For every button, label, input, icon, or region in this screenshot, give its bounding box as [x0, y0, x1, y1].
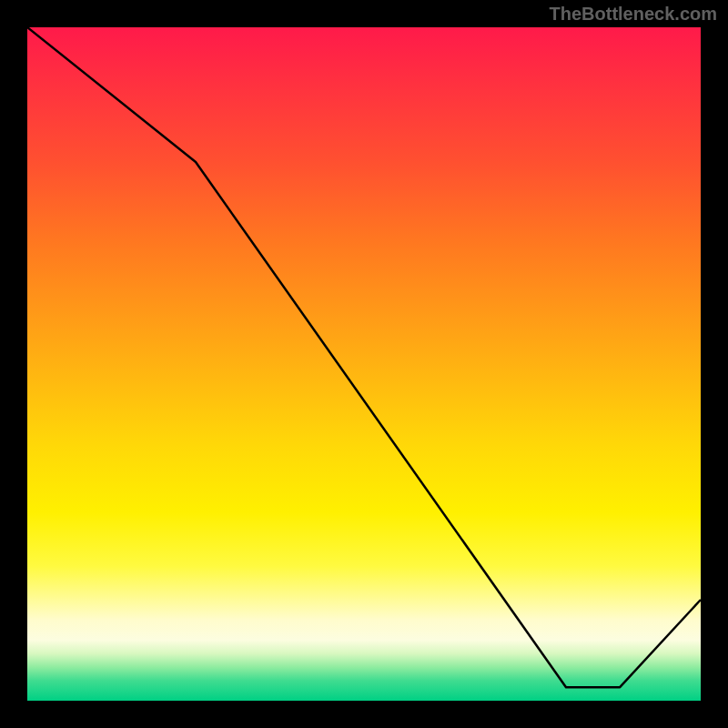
chart-curve: [27, 27, 701, 687]
chart-line-layer: [27, 27, 701, 701]
chart-plot-area: [27, 27, 701, 701]
watermark-text: TheBottleneck.com: [550, 4, 717, 25]
